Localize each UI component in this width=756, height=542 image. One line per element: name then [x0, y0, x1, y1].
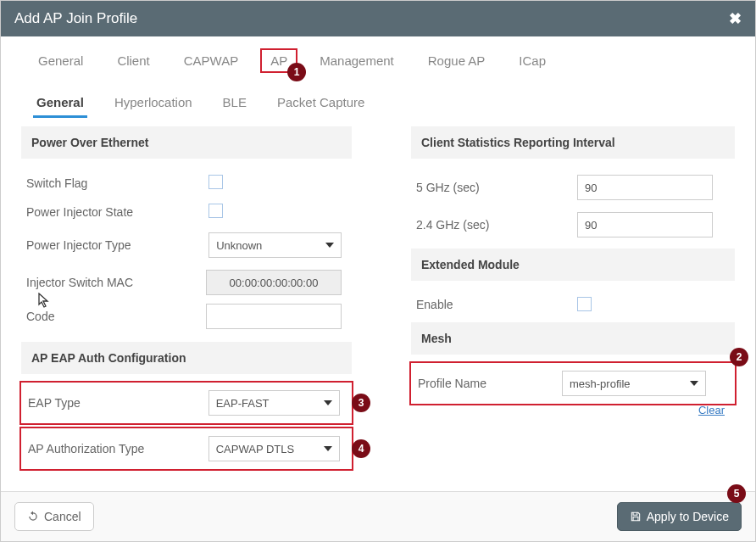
row-enable: Enable — [411, 291, 735, 317]
tabs-sub: General Hyperlocation BLE Packet Capture — [1, 85, 755, 118]
annotation-badge-1: 1 — [287, 63, 306, 81]
row-profile-name: Profile Name mesh-profile — [413, 365, 733, 402]
label-injector-state: Power Injector State — [26, 205, 208, 219]
annotation-badge-4: 4 — [352, 439, 370, 458]
input-code[interactable] — [206, 304, 342, 329]
select-profile-name-value: mesh-profile — [570, 377, 631, 390]
content: Power Over Ethernet Switch Flag Power In… — [1, 118, 755, 491]
subtab-hyperlocation[interactable]: Hyperlocation — [99, 92, 208, 118]
select-auth-type[interactable]: CAPWAP DTLS — [208, 436, 340, 461]
save-icon — [630, 511, 642, 522]
checkbox-enable[interactable] — [577, 297, 592, 311]
row-auth-type: AP Authorization Type CAPWAP DTLS 4 — [23, 430, 350, 467]
label-auth-type: AP Authorization Type — [28, 442, 208, 455]
tab-general[interactable]: General — [21, 48, 100, 73]
label-enable: Enable — [416, 298, 577, 311]
right-column: Client Statistics Reporting Interval 5 G… — [411, 126, 735, 491]
tab-capwap[interactable]: CAPWAP — [167, 48, 255, 73]
input-injector-mac[interactable] — [206, 270, 342, 295]
tab-rogue-ap[interactable]: Rogue AP — [411, 48, 503, 73]
modal-header: Add AP Join Profile ✖ — [1, 1, 755, 36]
tab-ap[interactable]: AP 1 — [260, 48, 297, 73]
apply-button-label: Apply to Device — [647, 510, 729, 523]
label-switch-flag: Switch Flag — [26, 176, 208, 190]
subtab-general[interactable]: General — [21, 92, 99, 118]
checkbox-switch-flag[interactable] — [208, 175, 223, 189]
row-injector-type: Power Injector Type Unknown — [21, 226, 352, 264]
select-injector-type-value: Unknown — [216, 239, 262, 252]
label-eap-type: EAP Type — [28, 396, 208, 410]
annotation-badge-3: 3 — [352, 394, 370, 412]
apply-button[interactable]: 5 Apply to Device — [617, 502, 742, 531]
label-5ghz: 5 GHz (sec) — [416, 181, 577, 194]
chevron-down-icon — [324, 400, 332, 405]
section-csr: Client Statistics Reporting Interval — [411, 126, 735, 159]
section-ext: Extended Module — [411, 249, 735, 281]
row-eap-type: EAP Type EAP-FAST 3 — [23, 384, 350, 422]
label-profile-name: Profile Name — [418, 377, 562, 390]
select-eap-type[interactable]: EAP-FAST — [208, 390, 340, 416]
row-injector-mac: Injector Switch MAC — [21, 264, 352, 301]
cancel-button[interactable]: Cancel — [14, 502, 94, 531]
label-24ghz: 2.4 GHz (sec) — [416, 218, 577, 232]
select-profile-name[interactable]: mesh-profile — [562, 371, 706, 396]
chevron-down-icon — [324, 446, 332, 451]
row-24ghz: 2.4 GHz (sec) — [411, 206, 735, 243]
section-poe: Power Over Ethernet — [21, 126, 352, 159]
select-injector-type[interactable]: Unknown — [208, 232, 342, 258]
tab-ap-label: AP — [270, 53, 287, 68]
tab-management[interactable]: Management — [303, 48, 411, 73]
tab-client[interactable]: Client — [100, 48, 166, 73]
label-code: Code — [26, 310, 206, 323]
chevron-down-icon — [690, 381, 698, 386]
tabs-main: General Client CAPWAP AP 1 Management Ro… — [1, 36, 755, 73]
label-injector-type: Power Injector Type — [26, 238, 208, 252]
subtab-packet-capture[interactable]: Packet Capture — [262, 92, 380, 118]
input-24ghz[interactable] — [577, 212, 713, 237]
chevron-down-icon — [325, 243, 334, 248]
select-eap-type-value: EAP-FAST — [216, 397, 270, 410]
close-icon[interactable]: ✖ — [729, 9, 742, 28]
checkbox-injector-state[interactable] — [208, 204, 223, 218]
row-switch-flag: Switch Flag — [21, 169, 352, 198]
link-clear[interactable]: Clear — [411, 404, 735, 416]
annotation-badge-5: 5 — [727, 484, 746, 503]
section-eap: AP EAP Auth Configuration — [21, 342, 352, 374]
annotation-badge-2: 2 — [730, 348, 748, 366]
cancel-button-label: Cancel — [44, 510, 81, 523]
modal-title: Add AP Join Profile — [14, 10, 137, 27]
undo-icon — [27, 511, 39, 522]
row-5ghz: 5 GHz (sec) — [411, 169, 735, 206]
select-auth-type-value: CAPWAP DTLS — [216, 443, 294, 455]
row-code: Code — [21, 298, 352, 335]
tab-icap[interactable]: ICap — [502, 48, 563, 73]
row-injector-state: Power Injector State — [21, 198, 352, 226]
subtab-ble[interactable]: BLE — [208, 92, 262, 118]
left-column: Power Over Ethernet Switch Flag Power In… — [21, 126, 352, 491]
label-injector-mac: Injector Switch MAC — [26, 276, 206, 289]
section-mesh: Mesh — [411, 322, 735, 355]
input-5ghz[interactable] — [577, 175, 713, 200]
footer: Cancel 5 Apply to Device — [1, 491, 755, 541]
